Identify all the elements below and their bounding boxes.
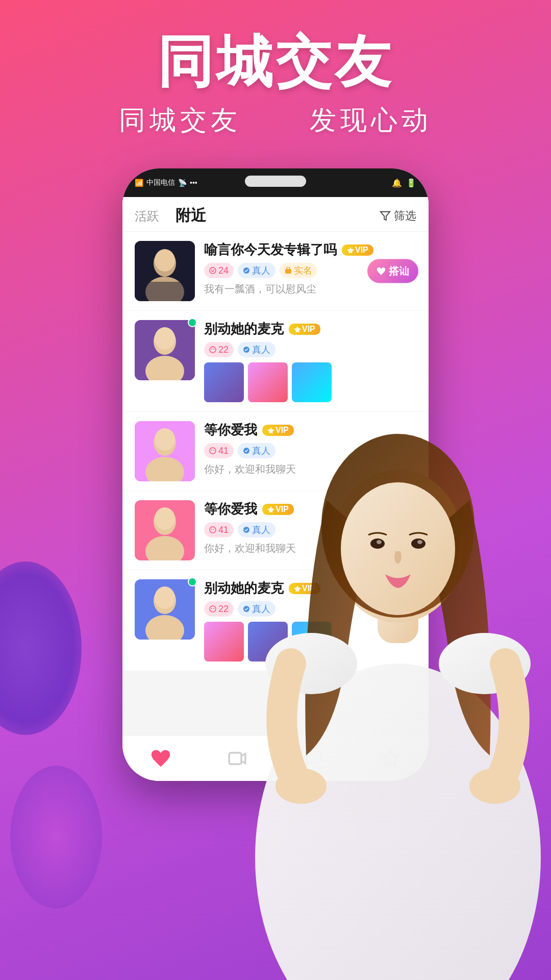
blob-bottom-left [10,766,102,909]
user-desc: 我有一瓢酒，可以慰风尘 [204,282,416,296]
user-name-row: 喻言你今天发专辑了吗 VIP [204,241,416,259]
person-image [224,398,551,980]
svg-point-6 [210,267,216,274]
status-right: 🔔 🔋 [392,178,416,188]
svg-point-41 [213,608,214,609]
bell-icon: 🔔 [392,178,402,188]
svg-point-38 [155,586,175,609]
filter-button[interactable]: 筛选 [380,208,416,224]
real-value: 真人 [252,344,270,356]
svg-point-23 [210,448,216,454]
user-item[interactable]: 别动她的麦克 VIP 22 [122,311,429,412]
photo-thumb [248,362,288,402]
avatar [135,320,195,380]
sub-title-left: 同城交友 [119,105,241,135]
svg-point-40 [211,608,212,609]
svg-point-49 [341,482,455,615]
tag-anon: 实名 [280,263,317,278]
svg-point-17 [213,349,214,350]
username: 别动她的麦克 [204,320,284,338]
tag-real: 真人 [238,263,276,278]
svg-point-8 [213,270,214,271]
svg-point-22 [155,428,175,451]
tag-age: 24 [204,263,234,278]
tag-real: 真人 [238,342,276,357]
dots: ••• [190,179,197,187]
svg-point-52 [377,540,382,544]
svg-point-30 [155,507,175,530]
nav-tabs-left: 活跃 附近 [135,205,206,226]
avatar [135,421,195,481]
battery-icon: 🔋 [406,178,416,188]
svg-rect-5 [135,282,195,301]
avatar-wrap [135,500,195,560]
flirt-button[interactable]: 搭讪 [367,259,418,283]
tag-age: 22 [204,342,234,357]
avatar-wrap [135,579,195,640]
svg-point-32 [211,529,212,530]
vip-label: VIP [302,325,315,334]
online-indicator [188,318,197,327]
avatar [135,500,195,560]
blob-left [0,561,82,735]
age-value: 22 [218,345,229,355]
nav-tabs: 活跃 附近 筛选 [122,197,429,232]
user-name-row: 别动她的麦克 VIP [204,320,416,338]
avatar-wrap [135,421,195,481]
tags-row: 22 真人 [204,342,416,357]
svg-point-45 [255,664,541,980]
svg-point-53 [417,540,422,544]
svg-point-31 [210,527,216,533]
username: 喻言你今天发专辑了吗 [204,241,337,259]
nav-item-home[interactable] [151,749,170,768]
svg-rect-10 [285,269,291,274]
sub-title-right: 发现心动 [310,105,432,135]
wifi-icon: 📡 [178,179,187,187]
real-value: 真人 [252,264,270,277]
svg-point-24 [211,450,212,451]
user-info: 别动她的麦克 VIP 22 [204,320,416,402]
user-item[interactable]: 喻言你今天发专辑了吗 VIP 24 [122,232,429,311]
svg-point-4 [155,249,175,272]
svg-point-15 [210,347,216,353]
filter-label: 筛选 [394,208,416,224]
anon-value: 实名 [294,264,312,277]
svg-point-7 [211,270,212,271]
svg-point-14 [155,327,175,350]
svg-marker-0 [381,211,390,220]
avatar [135,241,195,301]
avatar [135,579,195,640]
svg-point-16 [211,349,212,350]
status-left: 📶 中国电信 📡 ••• [135,178,197,187]
svg-point-39 [210,606,216,612]
signal-icon: 📶 [135,179,143,187]
carrier-label: 中国电信 [146,178,175,187]
header-area: 同城交友 同城交友 发现心动 [0,31,551,138]
vip-badge: VIP [289,324,320,335]
avatar-wrap [135,241,195,301]
tab-active[interactable]: 活跃 [135,208,159,225]
svg-point-57 [469,768,520,804]
avatar-wrap [135,320,195,380]
svg-point-56 [276,768,327,804]
vip-label: VIP [355,246,368,255]
svg-point-33 [213,529,214,530]
phone-notch [245,176,306,187]
tab-nearby[interactable]: 附近 [176,205,206,226]
main-title: 同城交友 [0,31,551,92]
flirt-label: 搭讪 [389,264,409,278]
photo-thumb [204,362,244,402]
svg-point-25 [213,450,214,451]
online-indicator [188,577,197,586]
photos-row [204,362,416,402]
vip-badge: VIP [342,244,373,256]
photo-thumb [292,362,332,402]
age-value: 24 [218,265,229,276]
sub-title: 同城交友 发现心动 [0,103,551,138]
